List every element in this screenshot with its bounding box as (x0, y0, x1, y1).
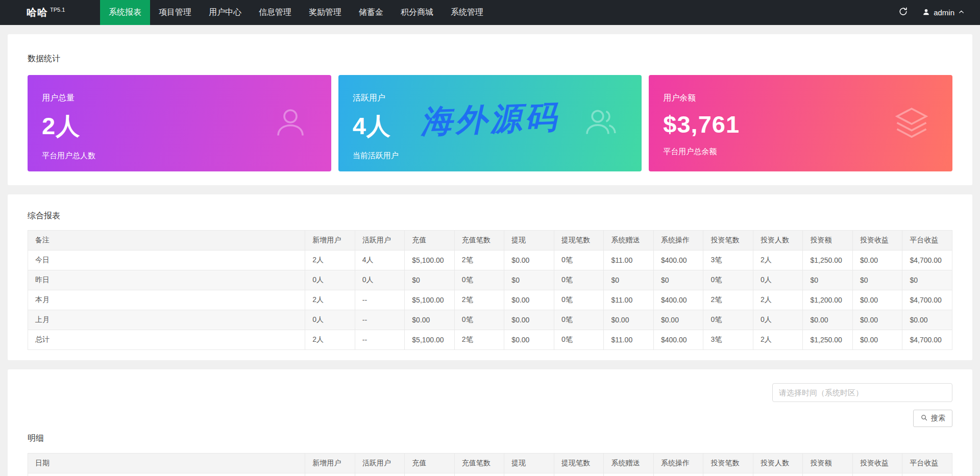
table-cell: $4,700.00 (902, 330, 952, 350)
table-cell: $0.00 (653, 310, 703, 330)
user-menu[interactable]: admin (918, 0, 980, 25)
column-header: 系统赠送 (604, 454, 654, 473)
nav-item-用户中心[interactable]: 用户中心 (200, 0, 250, 25)
table-cell: $0.00 (604, 473, 654, 476)
nav-item-项目管理[interactable]: 项目管理 (150, 0, 200, 25)
table-cell: $0.00 (405, 310, 455, 330)
table-row: 总计2人--$5,100.002笔$0.000笔$11.00$400.003笔2… (28, 330, 952, 350)
column-header: 系统操作 (653, 231, 703, 250)
column-header: 提现 (504, 231, 554, 250)
table-cell: 3笔 (703, 250, 753, 270)
table-cell: $0.00 (852, 290, 902, 310)
table-cell: 0人 (355, 473, 405, 476)
table-cell: -- (355, 290, 405, 310)
table-cell: $0.00 (405, 473, 455, 476)
column-header: 投资人数 (753, 231, 803, 250)
column-header: 备注 (28, 231, 305, 250)
table-cell: 0笔 (554, 473, 604, 476)
time-filter-input[interactable] (772, 383, 952, 402)
nav-item-奖励管理[interactable]: 奖励管理 (300, 0, 350, 25)
nav-item-储蓄金[interactable]: 储蓄金 (350, 0, 392, 25)
table-cell: 0人 (753, 270, 803, 290)
nav-item-积分商城[interactable]: 积分商城 (392, 0, 442, 25)
table-cell: $11.00 (604, 290, 654, 310)
table-cell: $400.00 (653, 330, 703, 350)
stat-card: 活跃用户 4人 当前活跃用户 海外源码 (338, 75, 642, 171)
table-cell: $0 (852, 270, 902, 290)
column-header: 投资额 (803, 231, 853, 250)
table-cell: 0人 (305, 270, 355, 290)
stat-card: 用户余额 $3,761 平台用户总余额 (649, 75, 952, 171)
table-cell: 2人 (305, 330, 355, 350)
table-cell: 0笔 (554, 330, 604, 350)
table-cell: 2笔 (454, 250, 504, 270)
table-cell: 0笔 (554, 310, 604, 330)
table-cell: $0.00 (852, 473, 902, 476)
table-cell: $5,100.00 (405, 290, 455, 310)
table-row: 上月0人--$0.000笔$0.000笔$0.00$0.000笔0人$0.00$… (28, 310, 952, 330)
table-cell: 0人 (753, 473, 803, 476)
stats-panel: 数据统计 用户总量 2人 平台用户总人数 活跃用户 4人 当前活跃用户 海外源码 (8, 34, 972, 185)
table-cell: 0人 (305, 473, 355, 476)
detail-table-header-row: 日期新增用户活跃用户充值充值笔数提现提现笔数系统赠送系统操作投资笔数投资人数投资… (28, 454, 952, 473)
table-cell: 2笔 (454, 330, 504, 350)
column-header: 充值笔数 (454, 231, 504, 250)
table-cell: $5,100.00 (405, 330, 455, 350)
table-cell: $0.00 (604, 310, 654, 330)
table-cell: $11.00 (604, 330, 654, 350)
column-header: 投资额 (803, 454, 853, 473)
nav-item-系统报表[interactable]: 系统报表 (100, 0, 150, 25)
report-table-header-row: 备注新增用户活跃用户充值充值笔数提现提现笔数系统赠送系统操作投资笔数投资人数投资… (28, 231, 952, 250)
column-header: 充值笔数 (454, 454, 504, 473)
search-area: 搜索 (28, 383, 952, 427)
table-cell: 2笔 (703, 290, 753, 310)
column-header: 日期 (28, 454, 305, 473)
column-header: 投资笔数 (703, 454, 753, 473)
table-cell: 2人 (753, 290, 803, 310)
layers-icon (893, 104, 930, 143)
table-cell: 2023-06-01 (28, 473, 305, 476)
table-cell: 昨日 (28, 270, 305, 290)
table-row: 昨日0人0人$00笔$00笔$0$00笔0人$0$0$0 (28, 270, 952, 290)
column-header: 投资收益 (852, 231, 902, 250)
table-row: 2023-06-010人0人$0.000笔$0.000笔$0.00$0.000笔… (28, 473, 952, 476)
table-cell: 上月 (28, 310, 305, 330)
refresh-button[interactable] (888, 0, 918, 25)
stat-card-sub: 平台用户总人数 (42, 151, 317, 161)
column-header: 充值 (405, 454, 455, 473)
stats-title: 数据统计 (28, 54, 952, 64)
stat-card-label: 用户余额 (663, 93, 938, 104)
table-cell: $0.00 (504, 330, 554, 350)
report-panel: 综合报表 备注新增用户活跃用户充值充值笔数提现提现笔数系统赠送系统操作投资笔数投… (8, 194, 972, 360)
table-cell: $400.00 (653, 250, 703, 270)
table-cell: $0.00 (852, 330, 902, 350)
column-header: 提现笔数 (554, 454, 604, 473)
stat-card-label: 用户总量 (42, 93, 317, 104)
table-cell: $1,200.00 (803, 290, 853, 310)
table-cell: 0人 (753, 310, 803, 330)
table-row: 本月2人--$5,100.002笔$0.000笔$11.00$400.002笔2… (28, 290, 952, 310)
table-cell: 0人 (355, 270, 405, 290)
column-header: 提现笔数 (554, 231, 604, 250)
stat-card: 用户总量 2人 平台用户总人数 (28, 75, 331, 171)
table-cell: 2人 (305, 250, 355, 270)
search-button[interactable]: 搜索 (913, 410, 952, 427)
table-cell: $0.00 (902, 473, 952, 476)
table-row: 今日2人4人$5,100.002笔$0.000笔$11.00$400.003笔2… (28, 250, 952, 270)
table-cell: 3笔 (703, 330, 753, 350)
table-cell: $0.00 (653, 473, 703, 476)
app-logo: 哈哈 TP5.1 (0, 0, 100, 25)
app-logo-text: 哈哈 (27, 6, 48, 19)
table-cell: $0.00 (852, 310, 902, 330)
table-cell: 0人 (305, 310, 355, 330)
detail-title: 明细 (28, 433, 952, 444)
table-cell: 总计 (28, 330, 305, 350)
detail-table: 日期新增用户活跃用户充值充值笔数提现提现笔数系统赠送系统操作投资笔数投资人数投资… (28, 453, 952, 476)
table-cell: 0笔 (454, 310, 504, 330)
main-nav: 系统报表项目管理用户中心信息管理奖励管理储蓄金积分商城系统管理 (100, 0, 492, 25)
nav-item-信息管理[interactable]: 信息管理 (250, 0, 300, 25)
topbar-right: admin (888, 0, 980, 25)
nav-item-系统管理[interactable]: 系统管理 (442, 0, 492, 25)
table-cell: 0笔 (703, 473, 753, 476)
table-cell: $0.00 (504, 290, 554, 310)
